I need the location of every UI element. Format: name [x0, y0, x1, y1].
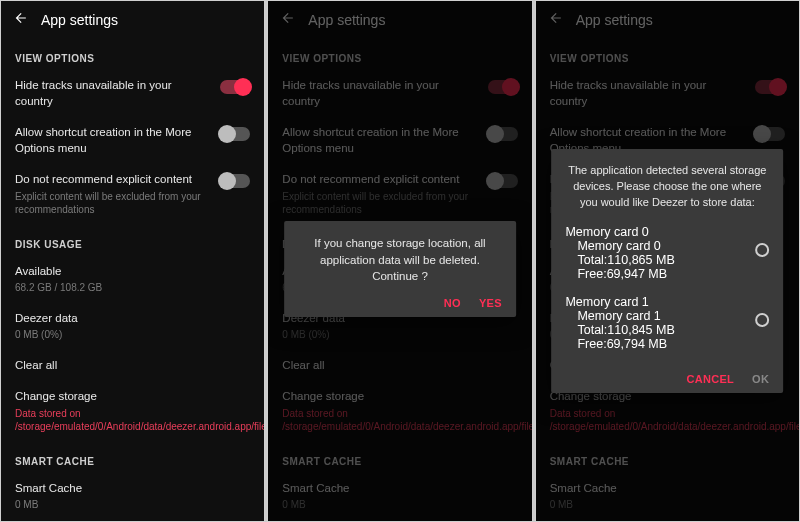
storage-option-group: Memory card 0	[565, 225, 755, 239]
hide-tracks-label: Hide tracks unavailable in your country	[15, 78, 210, 109]
row-explicit[interactable]: Do not recommend explicit content Explic…	[1, 164, 264, 225]
app-header: App settings	[1, 1, 264, 39]
row-hide-tracks[interactable]: Hide tracks unavailable in your country	[1, 70, 264, 117]
explicit-sub: Explicit content will be excluded from y…	[15, 190, 210, 217]
toggle-hide-tracks[interactable]	[220, 80, 250, 94]
storage-option-total: Total:110,865 MB	[577, 253, 755, 267]
change-storage-label: Change storage	[15, 389, 250, 405]
clear-all-label: Clear all	[15, 358, 250, 374]
storage-cancel-button[interactable]: CANCEL	[686, 373, 734, 385]
settings-panel-2: App settings VIEW OPTIONS Hide tracks un…	[267, 0, 532, 522]
settings-panel-1: App settings VIEW OPTIONS Hide tracks un…	[0, 0, 265, 522]
row-available: Available 68.2 GB / 108.2 GB	[1, 256, 264, 303]
available-label: Available	[15, 264, 250, 280]
available-value: 68.2 GB / 108.2 GB	[15, 281, 250, 295]
section-disk-usage: DISK USAGE	[1, 225, 264, 256]
radio-icon[interactable]	[755, 313, 769, 327]
storage-option-total: Total:110,845 MB	[577, 323, 755, 337]
deezer-data-label: Deezer data	[15, 311, 250, 327]
row-clear-all[interactable]: Clear all	[1, 350, 264, 382]
smart-cache-value: 0 MB	[15, 498, 250, 512]
storage-option-1[interactable]: Memory card 1 Memory card 1 Total:110,84…	[565, 291, 769, 361]
settings-panel-3: App settings VIEW OPTIONS Hide tracks un…	[535, 0, 800, 522]
row-allow-shortcut[interactable]: Allow shortcut creation in the More Opti…	[1, 117, 264, 164]
radio-icon[interactable]	[755, 243, 769, 257]
allow-shortcut-label: Allow shortcut creation in the More Opti…	[15, 125, 210, 156]
explicit-label: Do not recommend explicit content	[15, 172, 210, 188]
storage-dialog-intro: The application detected several storage…	[565, 163, 769, 211]
change-storage-path: Data stored on /storage/emulated/0/Andro…	[15, 407, 250, 434]
deezer-data-value: 0 MB (0%)	[15, 328, 250, 342]
confirm-no-button[interactable]: NO	[444, 297, 461, 309]
storage-ok-button[interactable]: OK	[752, 373, 769, 385]
row-change-storage[interactable]: Change storage Data stored on /storage/e…	[1, 381, 264, 442]
storage-option-0[interactable]: Memory card 0 Memory card 0 Total:110,86…	[565, 221, 769, 291]
storage-option-name: Memory card 0	[577, 239, 755, 253]
storage-option-free: Free:69,947 MB	[577, 267, 755, 281]
back-icon[interactable]	[13, 11, 27, 29]
row-deezer-data: Deezer data 0 MB (0%)	[1, 303, 264, 350]
row-smart-cache[interactable]: Smart Cache 0 MB	[1, 473, 264, 520]
smart-cache-label: Smart Cache	[15, 481, 250, 497]
section-smart-cache: SMART CACHE	[1, 442, 264, 473]
confirm-message: If you change storage location, all appl…	[298, 235, 502, 285]
storage-option-name: Memory card 1	[577, 309, 755, 323]
confirm-yes-button[interactable]: YES	[479, 297, 502, 309]
storage-dialog: The application detected several storage…	[551, 149, 783, 393]
page-title: App settings	[41, 12, 118, 28]
storage-option-group: Memory card 1	[565, 295, 755, 309]
confirm-dialog: If you change storage location, all appl…	[284, 221, 516, 317]
toggle-explicit[interactable]	[220, 174, 250, 188]
storage-option-free: Free:69,794 MB	[577, 337, 755, 351]
section-view-options: VIEW OPTIONS	[1, 39, 264, 70]
toggle-allow-shortcut[interactable]	[220, 127, 250, 141]
